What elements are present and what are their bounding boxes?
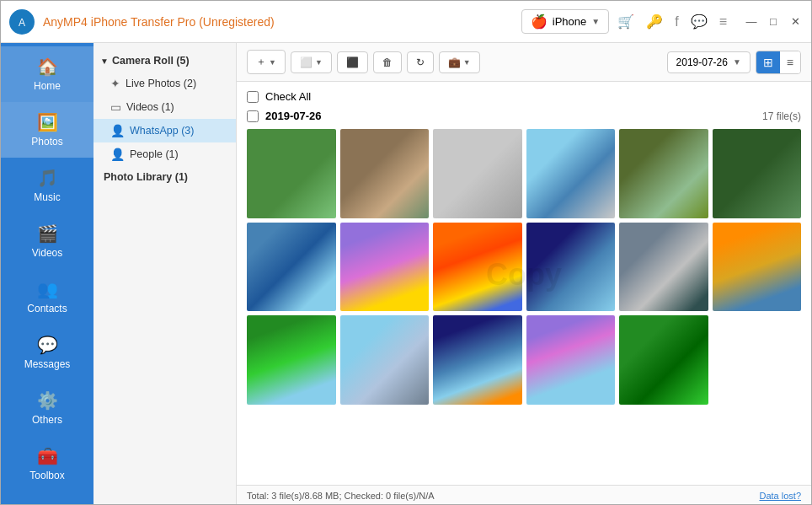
sidebar-item-messages[interactable]: 💬 Messages	[1, 325, 93, 380]
date-filter-select[interactable]: 2019-07-26 ▼	[667, 51, 751, 73]
photo-item[interactable]	[433, 315, 522, 405]
videos-icon: 🎬	[37, 223, 58, 244]
import-button[interactable]: ⬛	[337, 51, 368, 73]
date-filter-value: 2019-07-26	[676, 56, 728, 68]
videos-item[interactable]: ▭ Videos (1)	[93, 95, 236, 119]
photo-item[interactable]	[247, 129, 336, 218]
app-logo: A	[9, 9, 35, 35]
photos-icon: 🖼️	[37, 112, 58, 132]
photo-item[interactable]	[340, 129, 430, 218]
cart-icon[interactable]: 🛒	[617, 13, 634, 30]
title-bar: A AnyMP4 iPhone Transfer Pro (Unregister…	[1, 1, 811, 43]
grid-view-button[interactable]: ⊞	[756, 51, 780, 73]
photo-item[interactable]	[713, 223, 802, 312]
add-button[interactable]: ＋ ▼	[247, 50, 286, 74]
photo-grid	[247, 129, 801, 405]
svg-text:A: A	[19, 17, 25, 29]
photo-item[interactable]	[526, 223, 616, 312]
live-photos-label: Live Photos (2)	[126, 78, 196, 89]
sidebar-label-videos: Videos	[32, 247, 62, 259]
music-icon: 🎵	[37, 168, 58, 188]
date-group-checkbox[interactable]	[247, 110, 259, 122]
messages-icon: 💬	[37, 335, 58, 355]
check-all-checkbox[interactable]	[247, 91, 259, 103]
home-icon: 🏠	[37, 56, 58, 77]
chevron-down-icon: ▼	[463, 58, 471, 67]
check-all-row: Check All	[247, 90, 801, 103]
people-icon: 👤	[110, 148, 125, 161]
photo-item[interactable]	[340, 315, 430, 405]
photo-item[interactable]	[247, 223, 336, 312]
view-toggle: ⊞ ≡	[756, 51, 801, 74]
more-button[interactable]: 💼 ▼	[439, 51, 480, 73]
menu-icon[interactable]: ≡	[719, 14, 727, 30]
sidebar-item-photos[interactable]: 🖼️ Photos	[1, 102, 93, 158]
photo-item[interactable]	[526, 315, 616, 405]
minimize-button[interactable]: —	[744, 14, 759, 30]
chevron-down-icon: ▼	[315, 58, 323, 67]
plus-icon: ＋	[256, 55, 266, 69]
toolbox-icon: 🧰	[37, 446, 58, 466]
chevron-down-icon: ▼	[591, 17, 600, 26]
photo-item[interactable]	[340, 223, 430, 312]
live-photos-item[interactable]: ✦ Live Photos (2)	[93, 72, 236, 95]
export-icon: ⬜	[300, 56, 313, 68]
whatsapp-icon: 👤	[110, 124, 125, 137]
import-icon: ⬛	[346, 56, 359, 68]
videos-label: Videos (1)	[126, 101, 174, 113]
device-selector[interactable]: 🍎 iPhone ▼	[521, 9, 609, 34]
whatsapp-item[interactable]: 👤 WhatsApp (3)	[93, 119, 236, 142]
status-bar: Total: 3 file(s)/8.68 MB; Checked: 0 fil…	[237, 485, 811, 505]
photo-item[interactable]	[619, 129, 708, 218]
toolbar: ＋ ▼ ⬜ ▼ ⬛ 🗑 ↻ 💼 ▼	[237, 43, 811, 82]
photo-item[interactable]	[619, 223, 708, 312]
chevron-down-icon: ▼	[269, 58, 276, 67]
sidebar-item-home[interactable]: 🏠 Home	[1, 46, 93, 102]
sidebar-label-toolbox: Toolbox	[29, 470, 64, 481]
photo-item[interactable]	[713, 129, 802, 218]
key-icon[interactable]: 🔑	[646, 13, 663, 30]
delete-button[interactable]: 🗑	[373, 51, 402, 73]
photo-library-item[interactable]: Photo Library (1)	[93, 166, 236, 188]
refresh-icon: ↻	[416, 56, 425, 68]
photo-item[interactable]	[619, 315, 708, 405]
camera-roll-label: Camera Roll (5)	[112, 55, 190, 67]
main-layout: 🏠 Home 🖼️ Photos 🎵 Music 🎬 Videos 👥 Cont…	[1, 43, 811, 505]
title-bar-icons: 🛒 🔑 f 💬 ≡	[617, 13, 727, 30]
contacts-icon: 👥	[37, 279, 58, 299]
people-item[interactable]: 👤 People (1)	[93, 142, 236, 166]
live-photos-icon: ✦	[110, 77, 120, 90]
chevron-down-icon: ▼	[733, 57, 741, 67]
sidebar-item-videos[interactable]: 🎬 Videos	[1, 213, 93, 269]
device-name: iPhone	[553, 15, 586, 28]
camera-roll-section[interactable]: ▼ Camera Roll (5)	[93, 50, 236, 72]
app-title: AnyMP4 iPhone Transfer Pro (Unregistered…	[43, 15, 513, 29]
sidebar-item-contacts[interactable]: 👥 Contacts	[1, 269, 93, 325]
sidebar-item-others[interactable]: ⚙️ Others	[1, 380, 93, 436]
chevron-down-icon: ▼	[100, 56, 109, 66]
sidebar: 🏠 Home 🖼️ Photos 🎵 Music 🎬 Videos 👥 Cont…	[1, 43, 93, 505]
video-icon: ▭	[110, 100, 121, 114]
photo-item[interactable]	[433, 223, 522, 312]
briefcase-icon: 💼	[448, 56, 461, 68]
list-view-button[interactable]: ≡	[780, 51, 800, 73]
sidebar-item-toolbox[interactable]: 🧰 Toolbox	[1, 436, 93, 492]
window-controls: — □ ✕	[744, 14, 803, 30]
sidebar-label-others: Others	[32, 414, 62, 426]
feedback-icon[interactable]: 💬	[691, 13, 708, 30]
photo-item[interactable]	[433, 129, 522, 218]
maximize-button[interactable]: □	[766, 14, 781, 30]
photo-library-label: Photo Library (1)	[104, 171, 188, 183]
export-button[interactable]: ⬜ ▼	[291, 51, 332, 73]
trash-icon: 🗑	[382, 56, 393, 68]
sidebar-item-music[interactable]: 🎵 Music	[1, 158, 93, 213]
people-label: People (1)	[130, 148, 179, 160]
refresh-button[interactable]: ↻	[407, 51, 434, 73]
close-button[interactable]: ✕	[788, 14, 803, 30]
photo-item[interactable]	[247, 315, 336, 405]
facebook-icon[interactable]: f	[675, 14, 678, 30]
photo-item[interactable]	[526, 129, 616, 218]
date-group-label: 2019-07-26	[265, 110, 322, 122]
date-group-row: 2019-07-26 17 file(s)	[247, 110, 801, 122]
data-lost-link[interactable]: Data lost?	[759, 491, 801, 501]
